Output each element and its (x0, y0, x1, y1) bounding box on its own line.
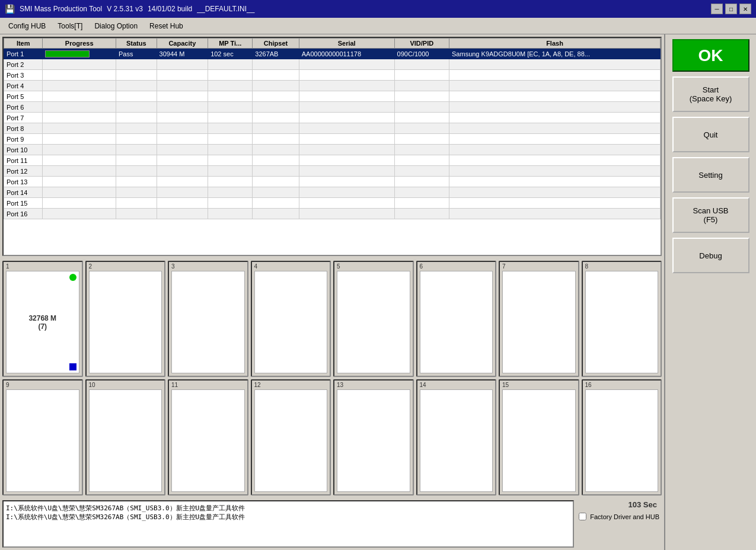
port-cell-12: 12 (251, 379, 331, 495)
table-row: Port 11 (4, 155, 661, 166)
col-capacity: Capacity (157, 39, 208, 49)
app-icon: 💾 (5, 4, 15, 14)
setting-button[interactable]: Setting (672, 157, 749, 193)
table-cell (449, 209, 661, 219)
table-cell (299, 59, 394, 70)
log-line: I:\系统软件\U盘\慧荣\慧荣SM3267AB（SMI_USB3.0）新主控U… (6, 504, 570, 513)
table-cell (394, 209, 449, 219)
col-item: Item (4, 39, 43, 49)
table-cell (43, 49, 116, 59)
table-cell (299, 198, 394, 209)
table-cell (394, 155, 449, 166)
port-inner-1: 32768 M(7) (6, 271, 79, 373)
table-cell (208, 102, 253, 113)
title-bar: 💾 SMI Mass Production Tool V 2.5.31 v3 1… (0, 0, 756, 18)
table-cell (116, 198, 157, 209)
col-mp-time: MP Ti... (208, 39, 253, 49)
table-cell (208, 155, 253, 166)
table-cell (253, 70, 299, 81)
table-cell (253, 177, 299, 187)
table-cell (43, 187, 116, 198)
port-inner-3 (171, 271, 245, 373)
table-cell (394, 177, 449, 187)
port-grid: 132768 M(7)2345678910111213141516 (2, 261, 662, 495)
lower-section: I:\系统软件\U盘\慧荣\慧荣SM3267AB（SMI_USB3.0）新主控U… (0, 498, 664, 550)
table-cell (208, 187, 253, 198)
table-cell: 3267AB (253, 49, 299, 59)
debug-button[interactable]: Debug (672, 238, 749, 273)
table-cell (208, 59, 253, 70)
table-cell (116, 70, 157, 81)
table-cell (157, 198, 208, 209)
table-cell (43, 102, 116, 113)
table-cell (449, 145, 661, 155)
table-cell (299, 177, 394, 187)
table-cell (208, 177, 253, 187)
port-cell-13: 13 (333, 379, 414, 495)
table-cell (116, 102, 157, 113)
table-cell (449, 102, 661, 113)
port-cell-11: 11 (168, 379, 248, 495)
menu-dialog-option[interactable]: Dialog Option (88, 21, 143, 31)
table-cell (394, 102, 449, 113)
table-cell (253, 166, 299, 177)
port-inner-6 (420, 271, 493, 373)
port-cell-5: 5 (333, 261, 414, 377)
port-sub: (7) (38, 322, 47, 331)
table-cell: Port 12 (4, 166, 43, 177)
table-row: Port 16 (4, 209, 661, 219)
table-cell (253, 91, 299, 102)
close-button[interactable]: ✕ (739, 4, 751, 14)
table-cell (157, 113, 208, 123)
table-cell (253, 198, 299, 209)
table-cell (253, 209, 299, 219)
port-table: Item Progress Status Capacity MP Ti... C… (4, 38, 661, 219)
port-cell-2: 2 (85, 261, 166, 377)
col-flash: Flash (449, 39, 661, 49)
table-cell (394, 91, 449, 102)
port-inner-12 (254, 389, 328, 492)
table-cell (394, 59, 449, 70)
factory-checkbox[interactable] (579, 513, 586, 520)
port-number: 5 (337, 263, 410, 270)
table-cell (43, 113, 116, 123)
menu-config-hub[interactable]: Config HUB (2, 21, 52, 31)
port-cell-3: 3 (168, 261, 248, 377)
table-cell: 102 sec (208, 49, 253, 59)
menu-tools[interactable]: Tools[T] (52, 21, 88, 31)
progress-bar-fill (46, 51, 89, 57)
table-cell: Port 14 (4, 187, 43, 198)
table-cell: Port 2 (4, 59, 43, 70)
minimize-button[interactable]: ─ (711, 4, 723, 14)
start-button[interactable]: Start(Space Key) (672, 76, 749, 112)
table-cell (116, 177, 157, 187)
table-cell: Port 3 (4, 70, 43, 81)
port-number: 11 (171, 382, 245, 388)
quit-button[interactable]: Quit (672, 117, 749, 152)
port-inner-16 (585, 389, 659, 492)
table-cell (157, 91, 208, 102)
table-cell (116, 81, 157, 91)
table-cell (394, 134, 449, 145)
table-cell (157, 102, 208, 113)
table-cell (394, 81, 449, 91)
table-cell (253, 113, 299, 123)
setting-label: Setting (698, 171, 722, 180)
table-cell (116, 155, 157, 166)
table-cell (253, 81, 299, 91)
maximize-button[interactable]: □ (725, 4, 737, 14)
table-cell (449, 177, 661, 187)
table-cell (157, 187, 208, 198)
port-table-container[interactable]: Item Progress Status Capacity MP Ti... C… (2, 37, 662, 256)
scan-usb-button[interactable]: Scan USB(F5) (672, 197, 749, 233)
ok-button[interactable]: OK (672, 39, 749, 72)
port-inner-4 (254, 271, 328, 373)
menu-reset-hub[interactable]: Reset Hub (143, 21, 189, 31)
table-cell (299, 209, 394, 219)
port-grid-area: 132768 M(7)2345678910111213141516 (0, 258, 664, 498)
app-title: SMI Mass Production Tool (20, 5, 102, 13)
port-number: 8 (585, 263, 659, 270)
table-cell (299, 70, 394, 81)
table-cell (449, 134, 661, 145)
table-cell (157, 209, 208, 219)
